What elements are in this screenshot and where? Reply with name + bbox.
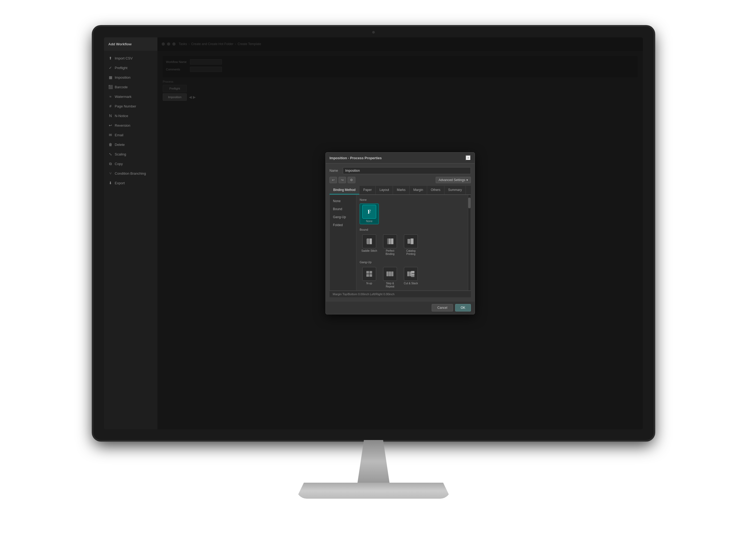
section-bound: Bound xyxy=(360,228,465,257)
svg-rect-11 xyxy=(366,271,369,274)
icon-none-label: None xyxy=(366,220,372,223)
sidebar-item-label: Condition Branching xyxy=(115,171,146,176)
svg-rect-8 xyxy=(407,239,410,244)
imposition-icon: ▦ xyxy=(108,75,112,79)
name-input[interactable] xyxy=(343,167,471,174)
icon-saddle-stitch[interactable]: Saddle Stitch xyxy=(360,233,379,257)
section-none-title: None xyxy=(360,198,465,201)
binding-icons-panel: None F None xyxy=(356,195,468,290)
redo-icon: ↪ xyxy=(341,178,344,182)
tab-marks[interactable]: Marks xyxy=(393,186,410,194)
sidebar-item-import[interactable]: ⬆ Import CSV xyxy=(104,53,157,63)
icon-perfect-binding[interactable]: Perfect Binding xyxy=(381,233,400,257)
binding-list-item-folded[interactable]: Folded xyxy=(330,221,356,229)
svg-rect-10 xyxy=(410,239,411,244)
binding-list-none-label: None xyxy=(333,199,341,203)
barcode-icon: ⬛ xyxy=(108,85,112,89)
dialog-status-bar: Margin Top/Bottom 0.00inch Left/Right 0.… xyxy=(330,291,471,297)
sidebar-item-imposition[interactable]: ▦ Imposition xyxy=(104,73,157,82)
tab-paper[interactable]: Paper xyxy=(359,186,376,194)
svg-rect-14 xyxy=(369,274,372,277)
settings-button[interactable]: ⚙ xyxy=(347,177,355,183)
n-notice-icon: N xyxy=(108,114,112,118)
tab-binding-method-label: Binding Method xyxy=(333,188,355,192)
advanced-settings-button[interactable]: Advanced Settings ▾ xyxy=(436,177,471,183)
sidebar-item-page-number[interactable]: # Page Number xyxy=(104,101,157,111)
sidebar-item-export[interactable]: ⬇ Export xyxy=(104,178,157,188)
none-f-letter: F xyxy=(368,209,371,215)
name-row: Name xyxy=(330,167,471,174)
tab-others[interactable]: Others xyxy=(427,186,444,194)
imposition-dialog: Imposition - Process Properties × Name xyxy=(326,152,475,314)
undo-button[interactable]: ↩ xyxy=(330,177,337,183)
dropdown-arrow-icon: ▾ xyxy=(466,178,468,182)
svg-rect-17 xyxy=(391,271,393,276)
reversion-icon: ↩ xyxy=(108,123,112,128)
binding-list-item-none[interactable]: None xyxy=(330,197,356,205)
binding-list-folded-label: Folded xyxy=(333,223,343,227)
step-repeat-svg xyxy=(385,269,395,279)
watermark-icon: ≈ xyxy=(108,95,112,99)
svg-rect-15 xyxy=(387,271,389,276)
icon-perfect-binding-label: Perfect Binding xyxy=(382,249,398,256)
sidebar-item-label: Page Number xyxy=(115,104,136,108)
sidebar-item-delete[interactable]: 🗑 Delete xyxy=(104,140,157,149)
monitor-base xyxy=(296,483,451,499)
svg-rect-21 xyxy=(411,274,415,276)
preflight-icon: ✓ xyxy=(108,65,112,70)
sidebar-item-email[interactable]: ✉ Email xyxy=(104,130,157,140)
icon-catalog-printing[interactable]: Catalog Printing xyxy=(401,233,420,257)
tab-summary[interactable]: Summary xyxy=(444,186,466,194)
icon-cut-stack[interactable]: Cut & Stack xyxy=(401,266,420,289)
sidebar-item-label: Reversion xyxy=(115,124,130,128)
binding-list-item-bound[interactable]: Bound xyxy=(330,205,356,213)
binding-list-item-gangup[interactable]: Gang-Up xyxy=(330,213,356,221)
sidebar-item-label: Delete xyxy=(115,143,125,146)
ok-button[interactable]: OK xyxy=(455,304,471,312)
sidebar-item-label: Import CSV xyxy=(115,56,133,60)
n-up-svg xyxy=(364,269,374,279)
sidebar-item-label: Scaling xyxy=(115,152,126,156)
cancel-button[interactable]: Cancel xyxy=(432,304,453,312)
icon-catalog-printing-label: Catalog Printing xyxy=(402,249,419,256)
sidebar-item-label: Barcode xyxy=(115,85,128,89)
sidebar-item-n-notice[interactable]: N N-Notice xyxy=(104,111,157,121)
scrollbar[interactable] xyxy=(468,195,471,290)
cut-stack-svg xyxy=(406,269,416,279)
camera-dot xyxy=(372,31,375,34)
sidebar-item-reversion[interactable]: ↩ Reversion xyxy=(104,121,157,130)
sidebar-item-scaling[interactable]: ⤡ Scaling xyxy=(104,149,157,159)
sidebar-item-label: Imposition xyxy=(115,76,130,79)
redo-button[interactable]: ↪ xyxy=(339,177,346,183)
sidebar-item-preflight[interactable]: ✓ Preflight xyxy=(104,63,157,73)
icon-n-up-box xyxy=(362,267,376,281)
tab-binding-method[interactable]: Binding Method xyxy=(330,186,359,194)
dialog-title: Imposition - Process Properties xyxy=(330,156,382,160)
dialog-close-button[interactable]: × xyxy=(466,155,471,161)
icon-step-repeat[interactable]: Step & Repeat xyxy=(381,266,400,289)
binding-list-gangup-label: Gang-Up xyxy=(333,215,346,219)
icon-none-box: F xyxy=(362,205,376,219)
app-background: Add Workflow ⬆ Import CSV ✓ Preflight ▦ … xyxy=(104,37,643,429)
sidebar-item-barcode[interactable]: ⬛ Barcode xyxy=(104,82,157,92)
perfect-binding-svg xyxy=(385,237,395,246)
icon-cut-stack-box xyxy=(404,267,418,281)
tab-layout[interactable]: Layout xyxy=(376,186,393,194)
none-icons-row: F None xyxy=(360,204,465,224)
icon-none[interactable]: F None xyxy=(360,204,379,224)
sidebar-item-copy[interactable]: ⧉ Copy xyxy=(104,159,157,168)
binding-list-bound-label: Bound xyxy=(333,207,342,211)
toolbar-row: ↩ ↪ ⚙ Advance xyxy=(330,177,471,183)
sidebar-item-watermark[interactable]: ≈ Watermark xyxy=(104,92,157,101)
name-label: Name xyxy=(330,169,340,172)
gear-icon: ⚙ xyxy=(350,178,353,182)
svg-rect-1 xyxy=(369,238,372,244)
scrollbar-thumb[interactable] xyxy=(468,197,471,208)
tab-layout-label: Layout xyxy=(379,188,389,192)
sidebar: Add Workflow ⬆ Import CSV ✓ Preflight ▦ … xyxy=(104,37,157,429)
bound-icons-row: Saddle Stitch xyxy=(360,233,465,257)
sidebar-item-label: Email xyxy=(115,133,124,137)
sidebar-item-condition[interactable]: ⑂ Condition Branching xyxy=(104,168,157,178)
icon-n-up[interactable]: N-up xyxy=(360,266,379,289)
tab-margin[interactable]: Margin xyxy=(410,186,427,194)
